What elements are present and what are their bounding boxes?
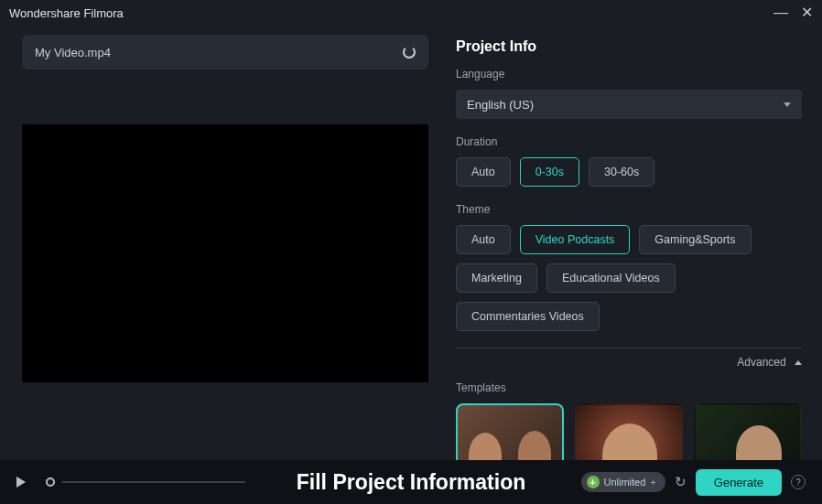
panel-title: Project Info [456, 38, 802, 55]
generate-button[interactable]: Generate [696, 469, 782, 496]
progress-track[interactable] [62, 481, 245, 483]
chevron-up-icon [795, 360, 802, 365]
language-value: English (US) [467, 98, 534, 112]
refresh-button[interactable]: ↻ [675, 474, 687, 490]
theme-chip-gaming-sports[interactable]: Gaming&Sports [639, 225, 751, 254]
chevron-down-icon [784, 102, 791, 107]
help-button[interactable]: ? [791, 475, 806, 489]
theme-chip-commentaries[interactable]: Commentaries Videos [456, 302, 600, 331]
advanced-toggle[interactable]: Advanced [456, 348, 802, 369]
duration-chip-30-60s[interactable]: 30-60s [589, 157, 654, 187]
unlimited-badge[interactable]: + Unlimited + [581, 472, 665, 492]
video-preview[interactable] [22, 124, 428, 382]
theme-label: Theme [456, 203, 802, 216]
language-select[interactable]: English (US) [456, 90, 802, 119]
theme-chip-auto[interactable]: Auto [456, 225, 511, 254]
duration-label: Duration [456, 135, 802, 148]
advanced-label: Advanced [737, 356, 785, 369]
close-button[interactable]: ✕ [801, 5, 813, 20]
play-button[interactable] [16, 477, 26, 488]
app-title: Wondershare Filmora [9, 6, 124, 20]
file-name: My Video.mp4 [35, 46, 111, 59]
duration-row: Auto 0-30s 30-60s [456, 157, 802, 187]
theme-chip-marketing[interactable]: Marketing [456, 263, 537, 293]
refresh-icon[interactable] [403, 46, 416, 59]
duration-chip-0-30s[interactable]: 0-30s [520, 157, 579, 187]
theme-row: Auto Video Podcasts Gaming&Sports Market… [456, 225, 802, 331]
theme-chip-educational[interactable]: Educational Videos [546, 263, 676, 293]
file-bar[interactable]: My Video.mp4 [22, 35, 428, 70]
progress-handle[interactable] [46, 477, 55, 487]
minimize-button[interactable]: — [773, 5, 788, 20]
theme-chip-video-podcasts[interactable]: Video Podcasts [520, 225, 631, 254]
plus-icon: + [587, 476, 600, 488]
templates-label: Templates [456, 381, 802, 394]
duration-chip-auto[interactable]: Auto [456, 157, 511, 187]
language-label: Language [456, 68, 802, 80]
